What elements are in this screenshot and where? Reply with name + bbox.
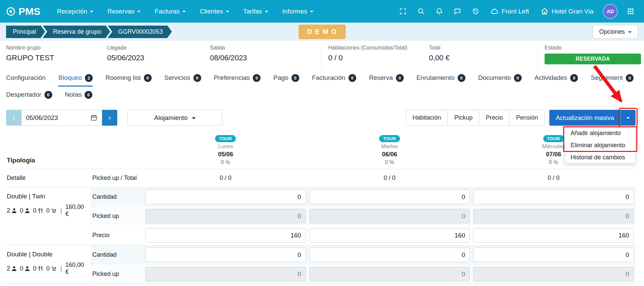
menu-item-eliminar-alojamiento[interactable]: Eliminar alojamiento (565, 139, 635, 151)
next-date-button[interactable]: › (102, 110, 117, 126)
picked-up-row: Picked up (90, 264, 636, 284)
tab-count-badge: 0 (44, 91, 52, 99)
picked-up-input-day2 (309, 209, 470, 223)
menu-informes[interactable]: Informes (275, 0, 320, 23)
room-type-name: Double | Double (7, 251, 88, 258)
breadcrumb-principal[interactable]: Principal (6, 26, 41, 38)
tab-pago[interactable]: Pago 0 (273, 69, 299, 87)
column-header-tipologia: Tipología (6, 157, 90, 165)
breadcrumb-reserva-de-grupo[interactable]: Reserva de grupo (43, 26, 106, 38)
view-precio-button[interactable]: Precio (479, 110, 510, 126)
status-badge: RESERVADA (545, 54, 641, 64)
cantidad-input-day2[interactable] (309, 190, 470, 204)
cantidad-input-day2[interactable] (309, 248, 470, 262)
accommodation-dropdown[interactable]: Alojamiento (127, 110, 222, 126)
cantidad-input-day1[interactable] (145, 248, 306, 262)
tab-seguimiento[interactable]: Seguimient 0 (591, 69, 634, 87)
tab-count-badge: 0 (253, 74, 260, 82)
picked-up-input-day1 (145, 209, 306, 223)
room-type-occupancy: 2 0 0 0 | 160,00 € (7, 261, 88, 276)
tab-configuracion[interactable]: Configuración (6, 69, 45, 87)
tab-notas[interactable]: Notas 0 (65, 87, 93, 103)
top-navbar: PMS Recepción Reservas Facturas Clientes… (0, 0, 644, 23)
apps-grid-icon[interactable] (623, 4, 638, 19)
field-salida: Salida 08/06/2023 (210, 45, 321, 69)
tour-badge: TOUR (379, 135, 400, 142)
picked-up-input-day1 (145, 267, 306, 281)
breadcrumb-reservation-code[interactable]: GGRV00002053 (108, 26, 167, 38)
tab-count-badge: 0 (144, 74, 152, 82)
tab-documento[interactable]: Documento 0 (478, 69, 522, 87)
menu-facturas[interactable]: Facturas (148, 0, 193, 23)
tab-rooming-list[interactable]: Rooming list 0 (105, 69, 152, 87)
hotel-selector-link[interactable]: Hotel Gran Via (536, 7, 597, 15)
menu-recepcion[interactable]: Recepción (50, 0, 100, 23)
view-pickup-button[interactable]: Pickup (448, 110, 479, 126)
cutlery-icon (38, 208, 43, 214)
tab-count-badge: 0 (570, 74, 578, 82)
mass-update-caret-button[interactable] (620, 110, 636, 126)
view-habitacion-button[interactable]: Habitación (406, 110, 448, 126)
tab-reserva[interactable]: Reserva 0 (369, 69, 404, 87)
view-pension-button[interactable]: Pensión (509, 110, 545, 126)
tab-facturacion[interactable]: Facturación 0 (312, 69, 356, 87)
cantidad-input-day3[interactable] (473, 190, 634, 204)
app-logo[interactable]: PMS (6, 6, 40, 17)
tab-count-badge: 0 (193, 74, 201, 82)
front-office-link[interactable]: Front Left (486, 7, 533, 15)
field-nombre-grupo: Nombre grupo GRUPO TEST (6, 45, 107, 69)
tab-count-badge: 2 (85, 74, 93, 82)
tab-enrutamiento[interactable]: Enrutamiento 0 (417, 69, 465, 87)
demo-badge: DEMO (299, 25, 346, 39)
precio-input-day1[interactable] (145, 228, 306, 243)
user-avatar[interactable]: AD (604, 5, 617, 18)
picked-up-row: Picked up (90, 206, 636, 226)
fullscreen-icon[interactable] (395, 4, 410, 19)
block-toolbar: ‹ 05/06/2023 › Alojamiento Habitación Pi… (0, 110, 644, 126)
tab-count-badge: 0 (85, 91, 92, 99)
chevron-down-icon (137, 11, 141, 12)
room-type-name: Double | Twin (7, 193, 88, 200)
chevron-down-icon (628, 31, 632, 33)
room-type-occupancy: 2 0 0 0 | 160,00 € (7, 203, 88, 218)
cantidad-input-day3[interactable] (473, 248, 634, 262)
menu-item-anadir-alojamiento[interactable]: Añadir alojamiento (565, 127, 635, 139)
tab-servicios[interactable]: Servicios 0 (164, 69, 201, 87)
tab-count-badge: 0 (292, 74, 299, 82)
picked-up-input-day2 (309, 267, 470, 281)
tab-actividades[interactable]: Actividades 0 (534, 69, 578, 87)
search-icon[interactable] (413, 4, 428, 19)
menu-clientes[interactable]: Clientes (193, 0, 236, 23)
pms-group-reservation-page: PMS Recepción Reservas Facturas Clientes… (0, 0, 644, 286)
precio-row: Precio (90, 226, 636, 245)
chat-icon[interactable] (450, 4, 465, 19)
tab-count-badge: 0 (348, 74, 356, 82)
prev-date-button[interactable]: ‹ (6, 110, 21, 126)
date-input[interactable]: 05/06/2023 (21, 110, 102, 126)
menu-tarifas[interactable]: Tarifas (236, 0, 275, 23)
room-type-price: 160,00 € (65, 203, 88, 218)
tab-preferencias[interactable]: Preferencias 0 (214, 69, 261, 87)
table-header: Tipología TOUR Lunes 05/06 0 % TOUR Mart… (6, 134, 636, 169)
history-icon[interactable] (468, 4, 483, 19)
chevron-down-icon (226, 11, 229, 12)
precio-input-day2[interactable] (309, 228, 470, 243)
cantidad-row: Cantidad (90, 245, 636, 264)
notifications-bell-icon[interactable] (432, 4, 447, 19)
options-button[interactable]: Opciones (593, 25, 638, 39)
mass-update-button[interactable]: Actualización masiva (549, 110, 620, 126)
child-icon (25, 266, 30, 272)
cantidad-row: Cantidad (90, 187, 636, 206)
tab-count-badge: 0 (626, 74, 634, 82)
menu-item-historial-de-cambios[interactable]: Historial de cambios (565, 151, 635, 163)
precio-input-day3[interactable] (473, 228, 634, 243)
menu-reservas[interactable]: Reservas (100, 0, 148, 23)
block-table: Tipología TOUR Lunes 05/06 0 % TOUR Mart… (6, 134, 636, 284)
adult-icon (11, 208, 17, 214)
reservation-tabs: Configuración Bloqueo 2 Rooming list 0 S… (0, 69, 644, 103)
tab-bloqueo[interactable]: Bloqueo 2 (58, 69, 93, 87)
pms-logo-icon (6, 7, 16, 16)
cantidad-input-day1[interactable] (145, 190, 306, 204)
tab-despertador[interactable]: Despertador 0 (6, 87, 52, 103)
home-icon (541, 7, 549, 15)
